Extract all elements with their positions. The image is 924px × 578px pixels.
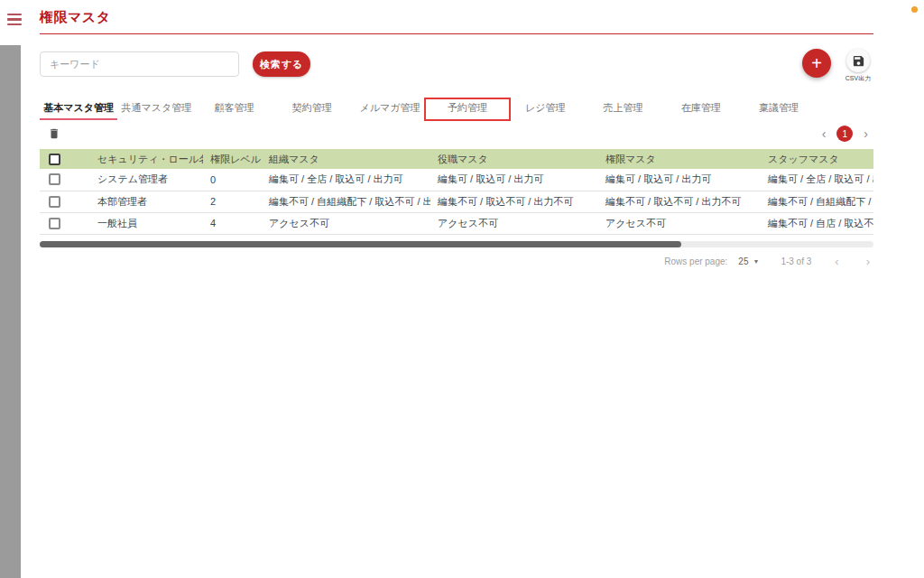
row-checkbox[interactable] — [49, 196, 60, 208]
tab-customer[interactable]: 顧客管理 — [195, 98, 273, 120]
table-cell: 一般社員 — [90, 212, 203, 234]
permissions-table: セキュリティ・ロール名権限レベル組織マスタ役職マスタ権限マスタスタッフマスタ シ… — [40, 149, 873, 235]
table-body: システム管理者0編集可 / 全店 / 取込可 / 出力可編集可 / 取込可 / … — [40, 169, 873, 234]
tab-contract[interactable]: 契約管理 — [273, 98, 351, 120]
tab-ringi[interactable]: 稟議管理 — [740, 98, 818, 120]
select-all-checkbox[interactable] — [49, 154, 60, 165]
table-row: システム管理者0編集可 / 全店 / 取込可 / 出力可編集可 / 取込可 / … — [40, 169, 873, 191]
tab-page-pager: ‹ 1 › — [822, 126, 868, 142]
dropdown-caret-icon: ▼ — [753, 258, 759, 265]
column-header: セキュリティ・ロール名 — [90, 149, 203, 169]
add-button[interactable]: + — [802, 49, 831, 78]
csv-export-label: CSV出力 — [845, 74, 871, 83]
table-cell: 編集可 / 取込可 / 出力可 — [430, 169, 598, 191]
collapsed-sidebar — [0, 45, 21, 578]
hamburger-menu-button[interactable] — [7, 14, 22, 25]
pager-next-icon[interactable]: › — [864, 127, 868, 140]
table-row: 本部管理者2編集不可 / 自組織配下 / 取込不可 / 出力不可編集不可 / 取… — [40, 191, 873, 212]
table-cell: 編集不可 / 自組織配下 / 取込不可 / 出力不可 — [262, 191, 430, 212]
row-range-label: 1-3 of 3 — [781, 256, 811, 266]
column-header: 権限レベル — [203, 149, 262, 169]
pager-prev-icon[interactable]: ‹ — [822, 127, 827, 140]
table-cell: 0 — [203, 169, 262, 191]
table-cell: アクセス不可 — [598, 212, 761, 234]
table-cell: 編集不可 / 取込不可 / 出力不可 — [598, 191, 761, 212]
column-header: 組織マスタ — [262, 149, 430, 169]
csv-export-button[interactable]: CSV出力 — [843, 49, 873, 83]
footer-next-page-icon[interactable]: › — [866, 256, 870, 267]
trash-icon[interactable] — [48, 126, 60, 141]
hamburger-icon — [7, 14, 22, 15]
save-icon — [852, 54, 865, 68]
tabs: 基本マスタ管理共通マスタ管理顧客管理契約管理メルマガ管理予約管理レジ管理売上管理… — [40, 98, 818, 120]
search-row: 検索する + CSV出力 — [40, 51, 873, 83]
rows-per-page-select[interactable]: 25 ▼ — [738, 256, 759, 266]
table-row: 一般社員4アクセス不可アクセス不可アクセス不可編集不可 / 自店 / 取込不可 … — [40, 212, 873, 234]
column-header: 役職マスタ — [430, 149, 598, 169]
table-cell: 本部管理者 — [90, 191, 203, 212]
table-cell: 編集可 / 全店 / 取込可 / 出力可 — [262, 169, 430, 191]
tab-inventory[interactable]: 在庫管理 — [662, 98, 740, 120]
table-cell: システム管理者 — [90, 169, 203, 191]
horizontal-scrollbar-track[interactable] — [40, 241, 873, 247]
table-cell: 編集可 / 取込可 / 出力可 — [598, 169, 761, 191]
keyword-input[interactable] — [40, 51, 239, 77]
table-cell: 編集不可 / 自組織配下 / 取込不可 / 出力不可 — [761, 191, 873, 212]
horizontal-scrollbar-thumb[interactable] — [40, 241, 681, 247]
current-page-badge[interactable]: 1 — [836, 126, 853, 142]
tab-basic-master[interactable]: 基本マスタ管理 — [40, 98, 117, 120]
orange-indicator-dot — [911, 6, 918, 13]
footer-prev-page-icon[interactable]: ‹ — [835, 256, 838, 267]
tab-register[interactable]: レジ管理 — [506, 98, 584, 120]
column-header: 権限マスタ — [598, 149, 761, 169]
tab-mailmagazine[interactable]: メルマガ管理 — [351, 98, 429, 120]
table-toolbar: ‹ 1 › — [40, 123, 873, 144]
rows-per-page-label: Rows per page: — [664, 256, 727, 266]
table-cell: 2 — [203, 191, 262, 212]
search-button[interactable]: 検索する — [253, 51, 310, 77]
permissions-table-container: セキュリティ・ロール名権限レベル組織マスタ役職マスタ権限マスタスタッフマスタ シ… — [40, 149, 873, 235]
table-cell: 編集不可 / 取込不可 / 出力不可 — [430, 191, 598, 212]
table-cell: 編集不可 / 自店 / 取込不可 / 出力不可 — [761, 212, 873, 234]
column-header: スタッフマスタ — [761, 149, 873, 169]
table-cell: 4 — [203, 212, 262, 234]
title-divider — [40, 33, 873, 34]
page-title: 権限マスタ — [40, 9, 873, 26]
table-cell: アクセス不可 — [262, 212, 430, 234]
table-header-row: セキュリティ・ロール名権限レベル組織マスタ役職マスタ権限マスタスタッフマスタ — [40, 149, 873, 169]
row-checkbox[interactable] — [49, 218, 60, 229]
table-footer: Rows per page: 25 ▼ 1-3 of 3 ‹ › — [40, 256, 873, 267]
main-content: 権限マスタ 検索する + CSV出力 基本マスタ管理共通マスタ管理顧客管理契約管… — [40, 0, 873, 267]
row-checkbox[interactable] — [49, 173, 60, 185]
tab-sales[interactable]: 売上管理 — [584, 98, 661, 120]
table-cell: アクセス不可 — [430, 212, 598, 234]
table-cell: 編集可 / 全店 / 取込可 / 出力可 — [761, 169, 873, 191]
tab-common-master[interactable]: 共通マスタ管理 — [117, 98, 195, 120]
tab-reservation[interactable]: 予約管理 — [429, 98, 506, 120]
